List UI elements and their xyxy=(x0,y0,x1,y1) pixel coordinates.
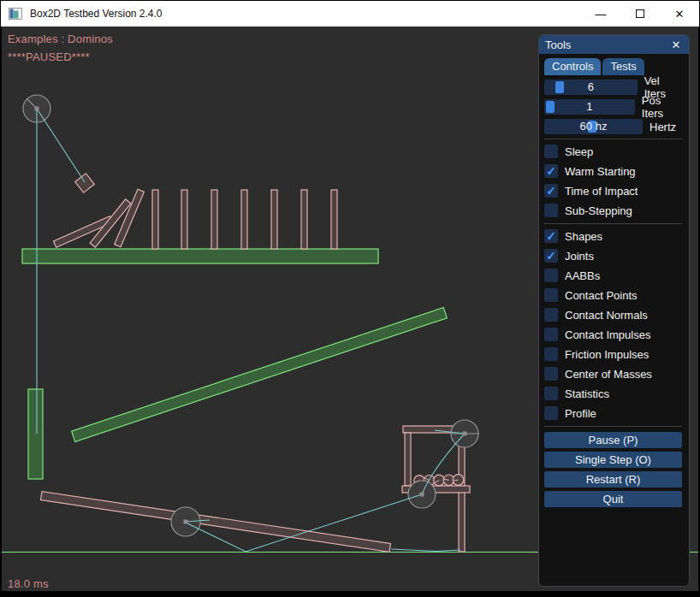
domino-shelf xyxy=(22,249,378,263)
checkbox-box[interactable]: ✓ xyxy=(544,164,558,178)
panel-header[interactable]: Tools ✕ xyxy=(539,35,689,54)
joint-line xyxy=(37,109,85,182)
quit-button[interactable]: Quit xyxy=(544,491,682,507)
frame-left-post[interactable] xyxy=(405,433,411,486)
standing-domino[interactable] xyxy=(241,190,247,249)
separator xyxy=(544,139,682,139)
close-button[interactable]: ✕ xyxy=(660,1,699,27)
checkbox-box[interactable] xyxy=(544,406,558,420)
maximize-button[interactable] xyxy=(620,1,660,27)
tilted-green-plank xyxy=(72,308,448,442)
checkbox-contact-normals[interactable]: Contact Normals xyxy=(544,308,682,322)
hertz-value: 60 hz xyxy=(544,120,643,133)
checkbox-box[interactable] xyxy=(544,308,558,322)
check-icon: ✓ xyxy=(546,250,556,262)
panel-close-icon[interactable]: ✕ xyxy=(669,38,683,51)
checkbox-box[interactable]: ✓ xyxy=(544,184,558,198)
separator xyxy=(544,426,682,427)
check-icon: ✓ xyxy=(546,230,556,242)
panel-title: Tools xyxy=(545,38,571,51)
standing-domino[interactable] xyxy=(181,190,187,249)
checkbox-statistics[interactable]: Statistics xyxy=(544,387,682,400)
checkbox-warm-starting[interactable]: ✓ Warm Starting xyxy=(544,164,682,178)
separator xyxy=(544,223,682,224)
checkbox-time-of-impact[interactable]: ✓ Time of Impact xyxy=(544,184,682,198)
checkbox-joints[interactable]: ✓ Joints xyxy=(544,249,682,263)
pendulum-box[interactable] xyxy=(75,174,94,192)
checkbox-box[interactable] xyxy=(544,328,558,341)
checkbox-box[interactable] xyxy=(544,204,558,217)
vertical-green-block xyxy=(28,389,43,479)
drag-hertz[interactable]: 60 hz xyxy=(544,119,643,134)
checkbox-sub-stepping[interactable]: Sub-Stepping xyxy=(544,204,682,217)
checkbox-aabbs[interactable]: AABBs xyxy=(544,269,682,282)
tools-panel: Tools ✕ Controls Tests 6 Vel Iters 1 Pos… xyxy=(538,34,690,587)
checkbox-center-of-masses[interactable]: Center of Masses xyxy=(544,367,682,381)
checkbox-shapes[interactable]: ✓ Shapes xyxy=(544,229,682,243)
checkbox-box[interactable] xyxy=(544,367,558,381)
anchor-point xyxy=(420,493,424,497)
tab-tests[interactable]: Tests xyxy=(602,58,644,75)
slider-pos-iters[interactable]: 1 xyxy=(544,99,635,115)
anchor-point xyxy=(184,520,188,524)
anchor-point xyxy=(463,432,467,436)
window-title: Box2D Testbed Version 2.4.0 xyxy=(30,8,163,20)
checkbox-box[interactable] xyxy=(544,288,558,302)
standing-domino[interactable] xyxy=(152,190,158,249)
hud-frame-time: 18.0 ms xyxy=(8,577,49,590)
tab-controls[interactable]: Controls xyxy=(544,58,601,75)
anchor-point xyxy=(35,107,39,111)
checkbox-contact-points[interactable]: Contact Points xyxy=(544,288,682,302)
checkbox-box[interactable]: ✓ xyxy=(544,249,558,263)
checkbox-friction-impulses[interactable]: Friction Impulses xyxy=(544,347,682,361)
checkbox-profile[interactable]: Profile xyxy=(544,406,682,420)
restart-button[interactable]: Restart (R) xyxy=(544,471,682,488)
pos-iters-label: Pos Iters xyxy=(642,94,682,120)
titlebar[interactable]: Box2D Testbed Version 2.4.0 — ✕ xyxy=(1,1,699,27)
app-icon xyxy=(9,7,22,21)
pos-iters-value: 1 xyxy=(544,100,635,113)
slider-vel-iters[interactable]: 6 xyxy=(544,80,638,95)
checkbox-sleep[interactable]: Sleep xyxy=(544,145,682,158)
vel-iters-value: 6 xyxy=(544,80,638,93)
standing-domino[interactable] xyxy=(331,190,337,249)
maximize-icon xyxy=(636,9,644,18)
app-window: Box2D Testbed Version 2.4.0 — ✕ xyxy=(0,0,700,597)
check-icon: ✓ xyxy=(546,165,556,177)
checkbox-box[interactable] xyxy=(544,387,558,400)
standing-domino[interactable] xyxy=(271,190,277,249)
checkbox-box[interactable] xyxy=(544,347,558,361)
hud-example-label: Examples : Dominos xyxy=(8,33,113,45)
tabbar: Controls Tests xyxy=(544,58,684,75)
single-step-button[interactable]: Single Step (O) xyxy=(544,452,682,468)
checkbox-box[interactable]: ✓ xyxy=(544,229,558,243)
checkbox-contact-impulses[interactable]: Contact Impulses xyxy=(544,328,682,341)
minimize-button[interactable]: — xyxy=(581,1,620,27)
hertz-label: Hertz xyxy=(650,121,676,133)
checkbox-box[interactable] xyxy=(544,269,558,282)
standing-domino[interactable] xyxy=(211,190,217,249)
checkbox-box[interactable] xyxy=(544,145,558,158)
check-icon: ✓ xyxy=(546,185,556,197)
standing-domino[interactable] xyxy=(301,190,307,249)
joint-line xyxy=(391,549,460,552)
pause-button[interactable]: Pause (P) xyxy=(544,432,682,448)
hud-paused-label: ****PAUSED**** xyxy=(8,50,90,63)
